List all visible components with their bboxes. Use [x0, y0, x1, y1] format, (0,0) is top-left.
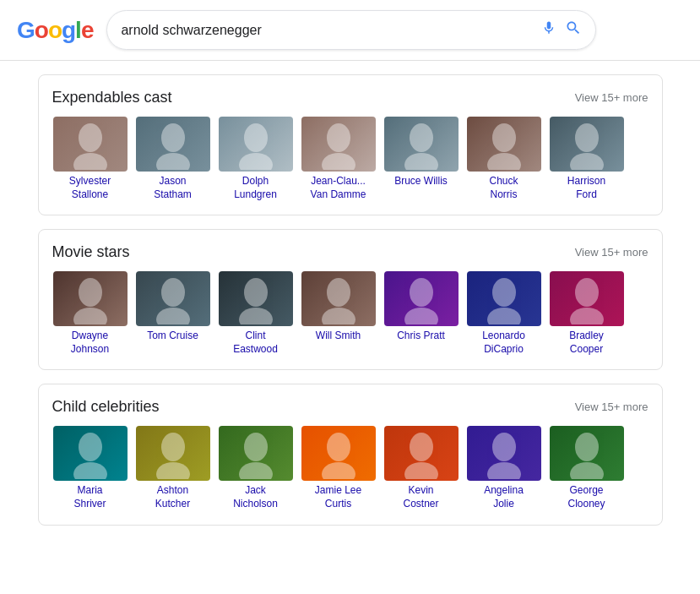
search-bar	[106, 10, 596, 50]
person-photo-0-0	[53, 117, 128, 172]
card-title-expendables-cast: Expendables cast	[52, 89, 172, 106]
person-item-2-4[interactable]: Kevin Costner	[383, 426, 459, 510]
person-item-2-2[interactable]: Jack Nicholson	[218, 426, 294, 510]
person-item-1-4[interactable]: Chris Pratt	[383, 271, 459, 356]
svg-point-16	[161, 278, 185, 307]
person-name-1-3: Will Smith	[316, 330, 361, 343]
person-name-2-1: Ashton Kutcher	[155, 484, 190, 510]
person-photo-2-2	[219, 426, 293, 481]
person-item-2-0[interactable]: Maria Shriver	[52, 426, 128, 510]
person-item-0-6[interactable]: Harrison Ford	[549, 117, 625, 201]
card-title-child-celebrities: Child celebrities	[52, 398, 160, 416]
search-input[interactable]	[121, 23, 533, 38]
svg-point-30	[161, 433, 185, 461]
person-photo-1-3	[301, 271, 376, 326]
person-name-2-5: Angelina Jolie	[484, 484, 524, 510]
person-name-2-2: Jack Nicholson	[233, 484, 278, 510]
person-item-1-1[interactable]: Tom Cruise	[135, 271, 211, 356]
svg-point-24	[492, 278, 516, 307]
person-photo-2-3	[301, 426, 376, 481]
person-photo-2-0	[53, 426, 128, 481]
person-photo-2-5	[467, 426, 541, 481]
main-content: Expendables castView 15+ more Sylvester …	[21, 61, 680, 553]
card-expendables-cast: Expendables castView 15+ more Sylvester …	[38, 74, 663, 215]
svg-point-20	[327, 278, 350, 307]
svg-point-7	[322, 153, 355, 170]
person-photo-0-5	[467, 117, 541, 172]
card-title-movie-stars: Movie stars	[52, 243, 130, 261]
person-item-2-5[interactable]: Angelina Jolie	[466, 426, 542, 510]
svg-point-10	[492, 123, 516, 152]
person-photo-1-6	[550, 271, 624, 326]
svg-point-8	[410, 123, 433, 152]
svg-point-12	[575, 123, 599, 152]
person-item-0-3[interactable]: Jean-Clau... Van Damme	[301, 117, 377, 201]
svg-point-23	[404, 308, 438, 324]
search-icon[interactable]	[565, 19, 582, 41]
person-photo-0-4	[384, 117, 459, 172]
svg-point-36	[410, 433, 433, 461]
person-name-1-1: Tom Cruise	[147, 330, 198, 343]
svg-point-25	[487, 308, 521, 324]
person-name-0-4: Bruce Willis	[394, 175, 448, 188]
person-photo-1-0	[53, 271, 128, 326]
svg-point-15	[73, 308, 107, 324]
card-header-expendables-cast: Expendables castView 15+ more	[52, 89, 648, 106]
person-item-2-3[interactable]: Jamie Lee Curtis	[301, 426, 377, 510]
person-item-1-6[interactable]: Bradley Cooper	[549, 271, 625, 356]
google-logo: Google	[17, 17, 93, 44]
person-item-0-5[interactable]: Chuck Norris	[466, 117, 542, 201]
person-item-2-1[interactable]: Ashton Kutcher	[135, 426, 211, 510]
svg-point-18	[244, 278, 268, 307]
person-name-1-4: Chris Pratt	[397, 330, 445, 343]
svg-point-28	[79, 433, 102, 461]
person-photo-1-4	[384, 271, 459, 326]
person-item-1-2[interactable]: Clint Eastwood	[218, 271, 294, 356]
card-child-celebrities: Child celebritiesView 15+ more Maria Shr…	[38, 384, 663, 525]
view-more-child-celebrities[interactable]: View 15+ more	[575, 401, 648, 413]
person-name-0-5: Chuck Norris	[489, 175, 518, 201]
card-movie-stars: Movie starsView 15+ more Dwayne Johnson …	[38, 229, 663, 370]
svg-point-6	[327, 123, 350, 152]
person-name-2-4: Kevin Costner	[403, 484, 438, 510]
svg-point-41	[570, 462, 604, 479]
svg-point-37	[404, 462, 438, 479]
person-item-0-0[interactable]: Sylvester Stallone	[52, 117, 128, 201]
svg-point-9	[404, 153, 438, 170]
person-item-1-3[interactable]: Will Smith	[301, 271, 377, 356]
mic-icon[interactable]	[541, 18, 556, 42]
person-item-0-1[interactable]: Jason Statham	[135, 117, 211, 201]
person-grid-movie-stars: Dwayne Johnson Tom Cruise Clint Eastwood…	[52, 271, 648, 356]
svg-point-22	[410, 278, 433, 307]
person-photo-2-1	[136, 426, 210, 481]
person-photo-1-1	[136, 271, 210, 326]
svg-point-32	[244, 433, 268, 461]
svg-point-39	[487, 462, 521, 479]
svg-point-31	[156, 462, 190, 479]
svg-point-34	[327, 433, 350, 461]
person-photo-0-6	[550, 117, 624, 172]
person-name-0-0: Sylvester Stallone	[69, 175, 111, 201]
person-item-2-6[interactable]: George Clooney	[549, 426, 625, 510]
person-name-2-3: Jamie Lee Curtis	[315, 484, 361, 510]
svg-point-11	[487, 153, 521, 170]
svg-point-5	[239, 153, 273, 170]
person-grid-expendables-cast: Sylvester Stallone Jason Statham Dolph L…	[52, 117, 648, 201]
person-name-1-5: Leonardo DiCaprio	[482, 330, 525, 356]
svg-point-13	[570, 153, 604, 170]
person-photo-0-2	[219, 117, 293, 172]
card-header-movie-stars: Movie starsView 15+ more	[52, 243, 648, 261]
person-name-1-6: Bradley Cooper	[569, 330, 604, 356]
person-item-1-0[interactable]: Dwayne Johnson	[52, 271, 128, 356]
person-name-0-1: Jason Statham	[154, 175, 192, 201]
header: Google	[0, 0, 700, 61]
person-photo-2-4	[384, 426, 459, 481]
view-more-movie-stars[interactable]: View 15+ more	[575, 246, 648, 259]
svg-point-14	[79, 278, 102, 307]
view-more-expendables-cast[interactable]: View 15+ more	[575, 91, 648, 104]
svg-point-40	[575, 433, 599, 461]
person-item-0-4[interactable]: Bruce Willis	[383, 117, 459, 201]
person-item-1-5[interactable]: Leonardo DiCaprio	[466, 271, 542, 356]
svg-point-1	[73, 153, 107, 170]
person-item-0-2[interactable]: Dolph Lundgren	[218, 117, 294, 201]
